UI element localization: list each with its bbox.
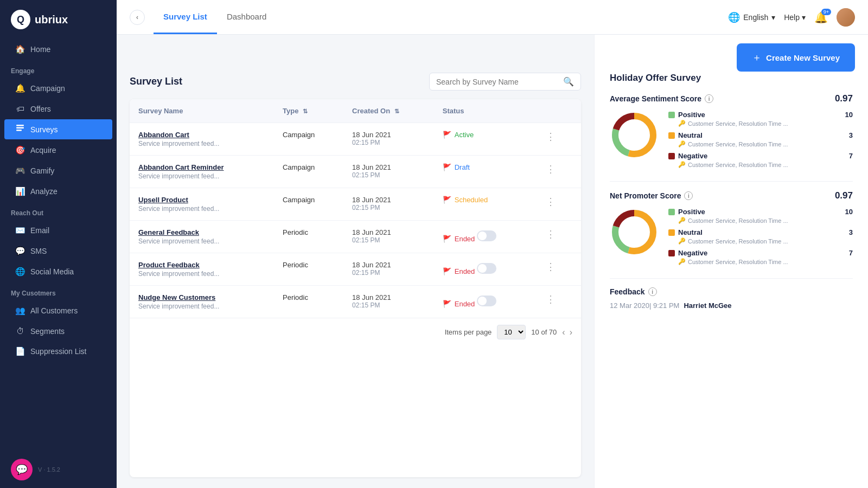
sidebar-item-gamify[interactable]: 🎮 Gamify <box>4 161 112 181</box>
neutral-count-2: 3 <box>849 228 853 236</box>
negative-dot <box>668 153 675 159</box>
acquire-icon: 🎯 <box>15 145 25 155</box>
sidebar-item-label: Gamify <box>30 166 54 175</box>
cell-status: 🚩 Ended <box>434 253 534 286</box>
more-options-button[interactable]: ⋮ <box>542 163 559 176</box>
sidebar-item-all-customers[interactable]: 👥 All Customers <box>4 301 112 320</box>
status-badge: 🚩 Ended <box>443 235 475 243</box>
toggle-switch[interactable] <box>477 230 496 241</box>
surveys-icon <box>15 124 25 134</box>
survey-sub: Service improvement feed... <box>138 270 265 278</box>
survey-name-link[interactable]: Abbandon Cart Reminder <box>138 163 265 171</box>
more-options-button[interactable]: ⋮ <box>542 130 559 143</box>
positive-sub: 🔑 Customer Service, Resolution Time ... <box>678 120 853 127</box>
survey-table-wrapper: Survey Name Type ⇅ Created On ⇅ <box>130 99 581 477</box>
sidebar-item-suppression[interactable]: 📄 Suppression List <box>4 342 112 361</box>
cell-date: 18 Jun 2021 02:15 PM <box>343 253 434 286</box>
survey-name-link[interactable]: Abbandon Cart <box>138 131 265 139</box>
feedback-label: Feedback i <box>610 287 853 296</box>
notification-button[interactable]: 🔔 9+ <box>814 11 828 24</box>
time-text: 02:15 PM <box>352 171 425 179</box>
survey-table-body: Abbandon Cart Service improvement feed..… <box>130 123 581 318</box>
type-sort-icon[interactable]: ⇅ <box>303 108 308 114</box>
more-options-button[interactable]: ⋮ <box>542 260 559 273</box>
negative-dot-2 <box>668 250 675 256</box>
date-text: 18 Jun 2021 <box>352 228 425 236</box>
sidebar-item-label: Home <box>30 45 50 54</box>
sidebar-section-customers: My Cusotmers <box>0 282 117 300</box>
cell-date: 18 Jun 2021 02:15 PM <box>343 188 434 221</box>
cell-status: 🚩 Ended <box>434 286 534 318</box>
sidebar-item-segments[interactable]: ⏱ Segments <box>4 322 112 341</box>
col-actions <box>534 99 581 123</box>
key-icon-2: 🔑 <box>678 217 686 224</box>
svg-rect-2 <box>16 130 22 131</box>
cell-status: 🚩 Scheduled <box>434 188 534 221</box>
date-text: 18 Jun 2021 <box>352 163 425 171</box>
sidebar-item-label: Segments <box>30 327 65 336</box>
status-text: Active <box>455 131 474 139</box>
sidebar-item-surveys[interactable]: Surveys <box>4 119 112 139</box>
feedback-info-icon[interactable]: i <box>648 287 657 296</box>
survey-name-link[interactable]: Nudge New Customers <box>138 293 265 301</box>
sidebar-item-social[interactable]: 🌐 Social Media <box>4 262 112 281</box>
prev-page-button[interactable]: ‹ <box>562 328 565 337</box>
detail-title: Holiday Offer Survey <box>610 73 853 84</box>
avg-sentiment-header: Average Sentiment Score i 0.97 <box>610 93 853 104</box>
home-icon: 🏠 <box>15 44 25 54</box>
table-row: Abbandon Cart Service improvement feed..… <box>130 123 581 156</box>
neutral-dot-2 <box>668 229 675 236</box>
sidebar-item-email[interactable]: ✉️ Email <box>4 221 112 240</box>
tab-survey-list[interactable]: Survey List <box>154 0 217 34</box>
next-page-button[interactable]: › <box>570 328 572 337</box>
nav-right: 🌐 English ▾ Help ▾ 🔔 9+ <box>728 8 855 27</box>
net-promoter-legend: Positive 10 🔑 Customer Service, Resoluti… <box>668 208 853 265</box>
survey-name-link[interactable]: General Feedback <box>138 228 265 236</box>
neutral-dot <box>668 132 675 139</box>
sidebar-item-home[interactable]: 🏠 Home <box>4 40 112 59</box>
search-input[interactable] <box>436 78 559 86</box>
social-icon: 🌐 <box>15 267 25 277</box>
more-options-button[interactable]: ⋮ <box>542 228 559 241</box>
avg-sentiment-value: 0.97 <box>835 93 853 104</box>
create-btn-label: Create New Survey <box>766 53 840 62</box>
search-box[interactable]: 🔍 <box>429 73 581 91</box>
content-area: ＋ Create New Survey Survey List 🔍 S <box>117 35 868 488</box>
avg-sentiment-info-icon[interactable]: i <box>705 94 713 103</box>
flag-icon: 🚩 <box>443 267 451 275</box>
sidebar-item-analyze[interactable]: 📊 Analyze <box>4 182 112 201</box>
legend-negative-1: Negative 7 🔑 Customer Service, Resolutio… <box>668 152 853 168</box>
time-text: 02:15 PM <box>352 301 425 309</box>
sidebar-item-sms[interactable]: 💬 SMS <box>4 241 112 261</box>
cell-name: Product Feedback Service improvement fee… <box>130 253 274 286</box>
cell-type: Periodic <box>274 221 343 253</box>
negative-sub: 🔑 Customer Service, Resolution Time ... <box>678 161 853 168</box>
sidebar-item-acquire[interactable]: 🎯 Acquire <box>4 140 112 160</box>
toggle-switch[interactable] <box>477 263 496 274</box>
more-options-button[interactable]: ⋮ <box>542 195 559 208</box>
flag-icon: 🚩 <box>443 235 451 243</box>
net-promoter-info-icon[interactable]: i <box>684 191 693 200</box>
tab-dashboard[interactable]: Dashboard <box>217 0 276 34</box>
created-sort-icon[interactable]: ⇅ <box>394 108 399 114</box>
sidebar-item-offers[interactable]: 🏷 Offers <box>4 99 112 118</box>
sidebar-item-campaign[interactable]: 🔔 Campaign <box>4 79 112 98</box>
chat-button[interactable]: 💬 <box>11 459 33 480</box>
sidebar-item-label: Email <box>30 226 49 235</box>
sidebar-item-label: Campaign <box>30 84 65 93</box>
toggle-switch[interactable] <box>477 296 496 306</box>
survey-name-link[interactable]: Product Feedback <box>138 261 265 269</box>
survey-sub: Service improvement feed... <box>138 237 265 245</box>
create-new-survey-button[interactable]: ＋ Create New Survey <box>737 43 855 72</box>
per-page-select[interactable]: 10 25 50 <box>497 325 526 339</box>
collapse-sidebar-button[interactable]: ‹ <box>130 10 145 25</box>
negative-sub-2: 🔑 Customer Service, Resolution Time ... <box>678 258 853 265</box>
neutral-sub-2: 🔑 Customer Service, Resolution Time ... <box>678 237 853 245</box>
survey-sub: Service improvement feed... <box>138 172 265 180</box>
language-selector[interactable]: 🌐 English ▾ <box>728 11 775 23</box>
survey-name-link[interactable]: Upsell Product <box>138 196 265 204</box>
more-options-button[interactable]: ⋮ <box>542 293 559 306</box>
status-badge: 🚩 Draft <box>443 163 470 171</box>
help-button[interactable]: Help ▾ <box>784 13 806 22</box>
avatar[interactable] <box>837 8 855 27</box>
